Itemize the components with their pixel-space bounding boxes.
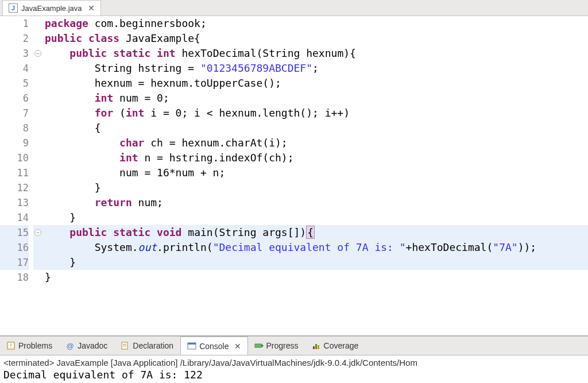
console-body: <terminated> JavaExample [Java Applicati… — [0, 355, 588, 383]
tab-label: Javadoc — [78, 341, 107, 350]
line-number: 15 — [8, 225, 29, 240]
editor-tab-bar: J JavaExample.java ✕ — [0, 0, 588, 16]
svg-text:@: @ — [67, 342, 74, 350]
close-console-icon[interactable]: ✕ — [234, 342, 241, 351]
line-number: 4 — [8, 61, 29, 76]
tab-coverage[interactable]: Coverage — [305, 336, 366, 355]
svg-rect-12 — [318, 345, 319, 349]
line-number: 2 — [8, 31, 29, 46]
code-line[interactable]: return num; — [44, 195, 588, 210]
line-number: 8 — [8, 121, 29, 136]
javadoc-icon: @ — [65, 341, 75, 350]
line-number: 9 — [8, 136, 29, 150]
file-tab-javaexample[interactable]: J JavaExample.java ✕ — [2, 0, 101, 16]
code-line[interactable]: package com.beginnersbook; — [44, 16, 588, 31]
line-number: 16 — [8, 240, 29, 255]
tab-javadoc[interactable]: @ Javadoc — [59, 336, 114, 355]
code-line[interactable]: hexnum = hexnum.toUpperCase(); — [44, 76, 588, 91]
svg-rect-10 — [313, 346, 315, 349]
code-line[interactable]: char ch = hexnum.charAt(i); — [44, 136, 588, 150]
tab-label: Coverage — [324, 341, 359, 350]
code-line[interactable]: public static int hexToDecimal(String he… — [44, 46, 588, 61]
line-number: 10 — [8, 150, 29, 165]
line-number: 6 — [8, 91, 29, 106]
code-line[interactable]: } — [44, 270, 588, 285]
svg-text:!: ! — [10, 342, 11, 349]
line-number: 17 — [8, 255, 29, 270]
line-number: 12 — [8, 180, 29, 195]
java-file-icon: J — [9, 3, 18, 13]
code-line[interactable]: } — [44, 255, 588, 270]
tab-label: Problems — [18, 341, 52, 350]
code-line[interactable]: String hstring = "0123456789ABCDEF"; — [44, 61, 588, 76]
svg-rect-5 — [123, 346, 126, 346]
line-number: 13 — [8, 195, 29, 210]
fold-toggle-icon[interactable]: − — [34, 50, 41, 57]
code-line[interactable]: num = 16*num + n; — [44, 165, 588, 180]
tab-problems[interactable]: ! Problems — [0, 336, 59, 355]
declaration-icon — [121, 341, 130, 350]
line-number: 1 — [8, 16, 29, 31]
fold-toggle-icon[interactable]: − — [34, 229, 41, 236]
console-status: <terminated> JavaExample [Java Applicati… — [3, 358, 585, 367]
code-line[interactable]: { — [44, 121, 588, 136]
marker-gutter — [0, 16, 8, 335]
line-number: 11 — [8, 165, 29, 180]
code-line[interactable]: } — [44, 210, 588, 225]
line-number: 7 — [8, 106, 29, 121]
svg-rect-11 — [315, 344, 317, 349]
code-line[interactable]: } — [44, 180, 588, 195]
line-number-gutter: 123456789101112131415161718 — [8, 16, 33, 335]
svg-rect-8 — [255, 344, 261, 347]
tab-progress[interactable]: Progress — [248, 336, 305, 355]
file-tab-label: JavaExample.java — [21, 4, 82, 13]
code-line[interactable]: int num = 0; — [44, 91, 588, 106]
code-line[interactable]: public class JavaExample{ — [44, 31, 588, 46]
line-number: 14 — [8, 210, 29, 225]
code-editor[interactable]: 123456789101112131415161718 −− package c… — [0, 16, 588, 335]
tab-label: Progress — [266, 341, 299, 350]
fold-gutter: −− — [33, 16, 44, 335]
console-icon — [187, 342, 196, 351]
tab-console[interactable]: Console ✕ — [180, 336, 247, 355]
tab-label: Declaration — [133, 341, 173, 350]
svg-rect-4 — [123, 344, 126, 345]
coverage-icon — [312, 341, 321, 350]
tab-declaration[interactable]: Declaration — [114, 336, 180, 355]
bottom-tab-bar: ! Problems @ Javadoc Declaration Console… — [0, 336, 588, 355]
svg-rect-7 — [188, 343, 196, 345]
code-line[interactable]: int n = hstring.indexOf(ch); — [44, 150, 588, 165]
tab-label: Console — [199, 342, 229, 351]
line-number: 3 — [8, 46, 29, 61]
progress-icon — [254, 341, 264, 350]
line-number: 18 — [8, 270, 29, 285]
bottom-panel: ! Problems @ Javadoc Declaration Console… — [0, 335, 588, 383]
close-tab-icon[interactable]: ✕ — [88, 3, 95, 13]
code-line[interactable]: for (int i = 0; i < hexnum.length(); i++… — [44, 106, 588, 121]
code-content[interactable]: package com.beginnersbook;public class J… — [44, 16, 588, 335]
problems-icon: ! — [6, 341, 16, 350]
svg-marker-9 — [261, 343, 264, 348]
line-number: 5 — [8, 76, 29, 91]
console-output: Decimal equivalent of 7A is: 122 — [3, 367, 585, 381]
code-line[interactable]: System.out.println("Decimal equivalent o… — [44, 240, 588, 255]
code-line[interactable]: public static void main(String args[]){ — [44, 225, 588, 240]
